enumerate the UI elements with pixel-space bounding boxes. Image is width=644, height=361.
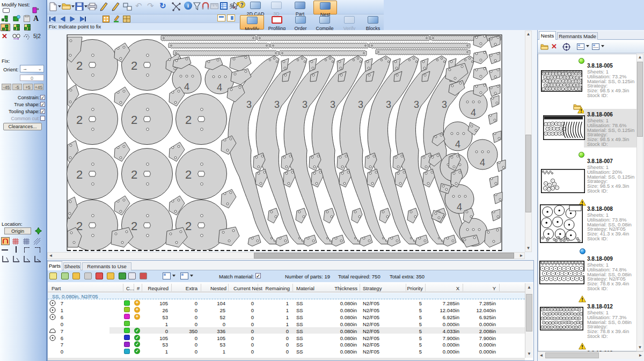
svg-text:2: 2 <box>76 59 83 72</box>
svg-text:4: 4 <box>217 82 222 93</box>
svg-text:2: 2 <box>185 113 192 127</box>
svg-text:2: 2 <box>131 59 137 72</box>
svg-text:3: 3 <box>414 99 419 110</box>
svg-text:2: 2 <box>185 168 192 181</box>
svg-text:4: 4 <box>457 202 462 212</box>
svg-text:2: 2 <box>185 219 192 233</box>
svg-text:2: 2 <box>76 168 83 181</box>
svg-text:3: 3 <box>274 99 280 110</box>
svg-text:3: 3 <box>302 99 308 110</box>
svg-text:4: 4 <box>184 82 189 92</box>
svg-text:2: 2 <box>131 168 137 181</box>
svg-text:2: 2 <box>131 113 137 127</box>
svg-text:4: 4 <box>471 107 476 118</box>
svg-text:3: 3 <box>246 99 252 110</box>
svg-text:4: 4 <box>480 157 485 168</box>
svg-text:3: 3 <box>442 99 447 110</box>
svg-text:3: 3 <box>386 99 391 110</box>
svg-text:3: 3 <box>330 99 335 110</box>
svg-text:2: 2 <box>131 219 137 233</box>
svg-text:4: 4 <box>455 139 460 150</box>
svg-text:3: 3 <box>358 99 363 110</box>
svg-text:2: 2 <box>76 113 83 127</box>
